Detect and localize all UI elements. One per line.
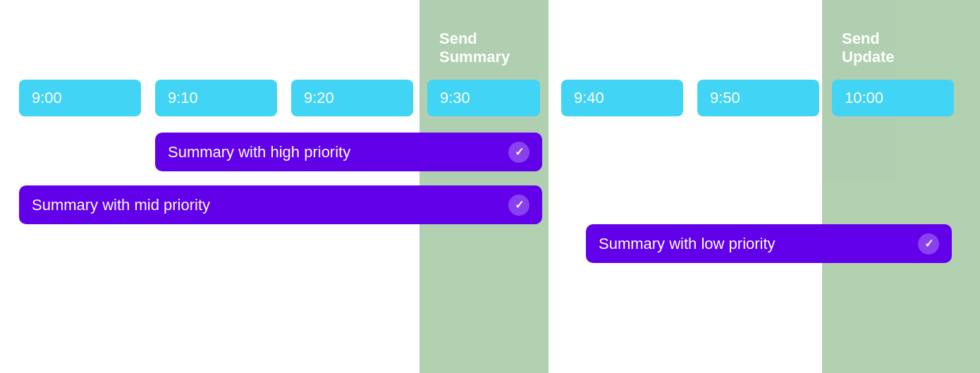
task-bar-task-low[interactable]: Summary with low priority [586,224,952,263]
check-icon [508,142,529,163]
send-update-column: Send Update [822,0,980,373]
time-pill-t950: 9:50 [697,80,819,116]
time-pill-t900: 9:00 [19,80,141,116]
send-update-label: Send Update [832,23,905,74]
task-bar-task-mid[interactable]: Summary with mid priority [19,185,542,224]
check-icon [508,195,529,216]
task-bar-task-high[interactable]: Summary with high priority [155,133,542,171]
time-pill-t930: 9:30 [427,80,540,116]
check-icon [918,233,939,255]
time-pill-t940: 9:40 [561,80,683,116]
time-pill-t910: 9:10 [155,80,277,116]
task-label: Summary with low priority [599,235,776,253]
task-label: Summary with high priority [168,143,350,161]
send-summary-label: Send Summary [429,23,520,74]
time-pill-t920: 9:20 [291,80,413,116]
timeline-container: Send SummarySend Update9:009:109:209:309… [0,0,980,373]
time-pill-t1000: 10:00 [832,80,954,116]
task-label: Summary with mid priority [32,196,210,214]
